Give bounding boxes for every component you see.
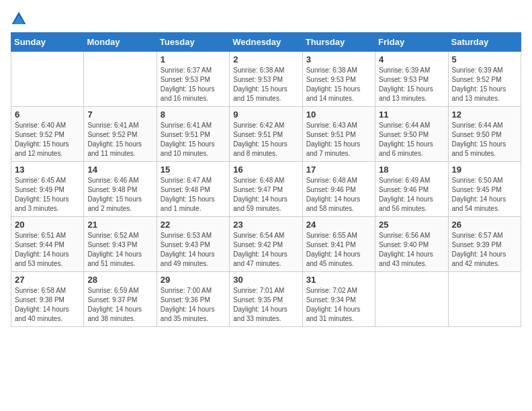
calendar-cell: 21Sunrise: 6:52 AM Sunset: 9:43 PM Dayli… — [84, 217, 157, 272]
calendar-cell: 10Sunrise: 6:43 AM Sunset: 9:51 PM Dayli… — [302, 107, 375, 162]
cell-info: Sunrise: 6:39 AM Sunset: 9:53 PM Dayligh… — [379, 66, 444, 103]
day-number: 17 — [306, 165, 371, 175]
calendar-cell: 19Sunrise: 6:50 AM Sunset: 9:45 PM Dayli… — [448, 162, 521, 217]
day-number: 24 — [306, 220, 371, 230]
calendar-cell — [84, 52, 157, 107]
cell-info: Sunrise: 6:44 AM Sunset: 9:50 PM Dayligh… — [379, 121, 444, 158]
calendar-cell: 26Sunrise: 6:57 AM Sunset: 9:39 PM Dayli… — [448, 217, 521, 272]
calendar-cell: 23Sunrise: 6:54 AM Sunset: 9:42 PM Dayli… — [230, 217, 302, 272]
day-number: 8 — [161, 109, 226, 120]
cell-info: Sunrise: 6:41 AM Sunset: 9:51 PM Dayligh… — [161, 121, 226, 158]
cell-info: Sunrise: 6:48 AM Sunset: 9:46 PM Dayligh… — [306, 176, 371, 214]
cell-info: Sunrise: 6:53 AM Sunset: 9:43 PM Dayligh… — [161, 231, 226, 269]
day-header-tuesday: Tuesday — [157, 33, 229, 52]
cell-info: Sunrise: 6:38 AM Sunset: 9:53 PM Dayligh… — [306, 66, 371, 103]
calendar-cell: 7Sunrise: 6:41 AM Sunset: 9:52 PM Daylig… — [84, 107, 157, 162]
calendar-cell — [11, 52, 84, 107]
calendar-week-row: 6Sunrise: 6:40 AM Sunset: 9:52 PM Daylig… — [11, 107, 521, 162]
calendar-cell: 12Sunrise: 6:44 AM Sunset: 9:50 PM Dayli… — [448, 107, 521, 162]
calendar-cell: 29Sunrise: 7:00 AM Sunset: 9:36 PM Dayli… — [157, 272, 229, 327]
cell-info: Sunrise: 6:52 AM Sunset: 9:43 PM Dayligh… — [87, 231, 152, 269]
calendar-cell: 16Sunrise: 6:48 AM Sunset: 9:47 PM Dayli… — [230, 162, 302, 217]
cell-info: Sunrise: 6:51 AM Sunset: 9:44 PM Dayligh… — [15, 231, 80, 269]
cell-info: Sunrise: 6:50 AM Sunset: 9:45 PM Dayligh… — [452, 176, 517, 214]
day-number: 7 — [87, 109, 152, 120]
cell-info: Sunrise: 6:58 AM Sunset: 9:38 PM Dayligh… — [15, 286, 80, 324]
cell-info: Sunrise: 6:45 AM Sunset: 9:49 PM Dayligh… — [15, 176, 80, 214]
day-number: 3 — [306, 54, 371, 64]
cell-info: Sunrise: 6:43 AM Sunset: 9:51 PM Dayligh… — [306, 121, 371, 158]
cell-info: Sunrise: 6:39 AM Sunset: 9:52 PM Dayligh… — [452, 66, 517, 103]
cell-info: Sunrise: 6:56 AM Sunset: 9:40 PM Dayligh… — [379, 231, 444, 269]
page-header — [11, 11, 521, 27]
cell-info: Sunrise: 7:02 AM Sunset: 9:34 PM Dayligh… — [306, 286, 371, 324]
day-number: 15 — [161, 165, 226, 175]
day-header-sunday: Sunday — [11, 33, 84, 52]
calendar-cell: 1Sunrise: 6:37 AM Sunset: 9:53 PM Daylig… — [157, 52, 229, 107]
day-number: 22 — [161, 220, 226, 230]
day-number: 1 — [161, 54, 226, 64]
calendar-cell: 8Sunrise: 6:41 AM Sunset: 9:51 PM Daylig… — [157, 107, 229, 162]
day-header-friday: Friday — [375, 33, 448, 52]
calendar-cell: 24Sunrise: 6:55 AM Sunset: 9:41 PM Dayli… — [302, 217, 375, 272]
day-number: 2 — [233, 54, 298, 64]
calendar-week-row: 20Sunrise: 6:51 AM Sunset: 9:44 PM Dayli… — [11, 217, 521, 272]
cell-info: Sunrise: 6:57 AM Sunset: 9:39 PM Dayligh… — [452, 231, 517, 269]
calendar-cell: 20Sunrise: 6:51 AM Sunset: 9:44 PM Dayli… — [11, 217, 84, 272]
cell-info: Sunrise: 6:40 AM Sunset: 9:52 PM Dayligh… — [15, 121, 80, 158]
calendar-cell: 22Sunrise: 6:53 AM Sunset: 9:43 PM Dayli… — [157, 217, 229, 272]
calendar-cell: 17Sunrise: 6:48 AM Sunset: 9:46 PM Dayli… — [302, 162, 375, 217]
day-number: 18 — [379, 165, 444, 175]
cell-info: Sunrise: 6:41 AM Sunset: 9:52 PM Dayligh… — [87, 121, 152, 158]
cell-info: Sunrise: 6:44 AM Sunset: 9:50 PM Dayligh… — [452, 121, 517, 158]
calendar-cell: 14Sunrise: 6:46 AM Sunset: 9:48 PM Dayli… — [84, 162, 157, 217]
day-number: 11 — [379, 109, 444, 120]
logo — [11, 11, 30, 27]
calendar-cell: 4Sunrise: 6:39 AM Sunset: 9:53 PM Daylig… — [375, 52, 448, 107]
day-header-thursday: Thursday — [302, 33, 375, 52]
calendar-cell: 31Sunrise: 7:02 AM Sunset: 9:34 PM Dayli… — [302, 272, 375, 327]
calendar-cell: 15Sunrise: 6:47 AM Sunset: 9:48 PM Dayli… — [157, 162, 229, 217]
calendar-cell: 25Sunrise: 6:56 AM Sunset: 9:40 PM Dayli… — [375, 217, 448, 272]
day-number: 21 — [87, 220, 152, 230]
day-number: 9 — [233, 109, 298, 120]
calendar-week-row: 1Sunrise: 6:37 AM Sunset: 9:53 PM Daylig… — [11, 52, 521, 107]
cell-info: Sunrise: 6:46 AM Sunset: 9:48 PM Dayligh… — [87, 176, 152, 214]
calendar-cell: 3Sunrise: 6:38 AM Sunset: 9:53 PM Daylig… — [302, 52, 375, 107]
cell-info: Sunrise: 7:00 AM Sunset: 9:36 PM Dayligh… — [161, 286, 226, 324]
calendar-week-row: 13Sunrise: 6:45 AM Sunset: 9:49 PM Dayli… — [11, 162, 521, 217]
day-number: 6 — [15, 109, 80, 120]
calendar-cell: 9Sunrise: 6:42 AM Sunset: 9:51 PM Daylig… — [230, 107, 302, 162]
day-number: 5 — [452, 54, 517, 64]
cell-info: Sunrise: 6:59 AM Sunset: 9:37 PM Dayligh… — [87, 286, 152, 324]
day-number: 16 — [233, 165, 298, 175]
day-header-wednesday: Wednesday — [230, 33, 302, 52]
cell-info: Sunrise: 6:37 AM Sunset: 9:53 PM Dayligh… — [161, 66, 226, 103]
cell-info: Sunrise: 6:55 AM Sunset: 9:41 PM Dayligh… — [306, 231, 371, 269]
calendar-cell: 6Sunrise: 6:40 AM Sunset: 9:52 PM Daylig… — [11, 107, 84, 162]
day-number: 30 — [233, 275, 298, 285]
cell-info: Sunrise: 6:38 AM Sunset: 9:53 PM Dayligh… — [233, 66, 298, 103]
day-number: 19 — [452, 165, 517, 175]
cell-info: Sunrise: 6:54 AM Sunset: 9:42 PM Dayligh… — [233, 231, 298, 269]
cell-info: Sunrise: 6:48 AM Sunset: 9:47 PM Dayligh… — [233, 176, 298, 214]
cell-info: Sunrise: 7:01 AM Sunset: 9:35 PM Dayligh… — [233, 286, 298, 324]
calendar-cell: 27Sunrise: 6:58 AM Sunset: 9:38 PM Dayli… — [11, 272, 84, 327]
calendar-cell: 30Sunrise: 7:01 AM Sunset: 9:35 PM Dayli… — [230, 272, 302, 327]
day-number: 20 — [15, 220, 80, 230]
day-number: 25 — [379, 220, 444, 230]
logo-icon — [11, 11, 27, 27]
cell-info: Sunrise: 6:42 AM Sunset: 9:51 PM Dayligh… — [233, 121, 298, 158]
day-header-saturday: Saturday — [448, 33, 521, 52]
calendar-cell: 5Sunrise: 6:39 AM Sunset: 9:52 PM Daylig… — [448, 52, 521, 107]
calendar-cell — [375, 272, 448, 327]
calendar-cell — [448, 272, 521, 327]
calendar-header-row: SundayMondayTuesdayWednesdayThursdayFrid… — [11, 33, 521, 52]
calendar-cell: 11Sunrise: 6:44 AM Sunset: 9:50 PM Dayli… — [375, 107, 448, 162]
day-number: 31 — [306, 275, 371, 285]
day-header-monday: Monday — [84, 33, 157, 52]
calendar-cell: 28Sunrise: 6:59 AM Sunset: 9:37 PM Dayli… — [84, 272, 157, 327]
calendar-table: SundayMondayTuesdayWednesdayThursdayFrid… — [11, 32, 521, 327]
day-number: 12 — [452, 109, 517, 120]
cell-info: Sunrise: 6:49 AM Sunset: 9:46 PM Dayligh… — [379, 176, 444, 214]
